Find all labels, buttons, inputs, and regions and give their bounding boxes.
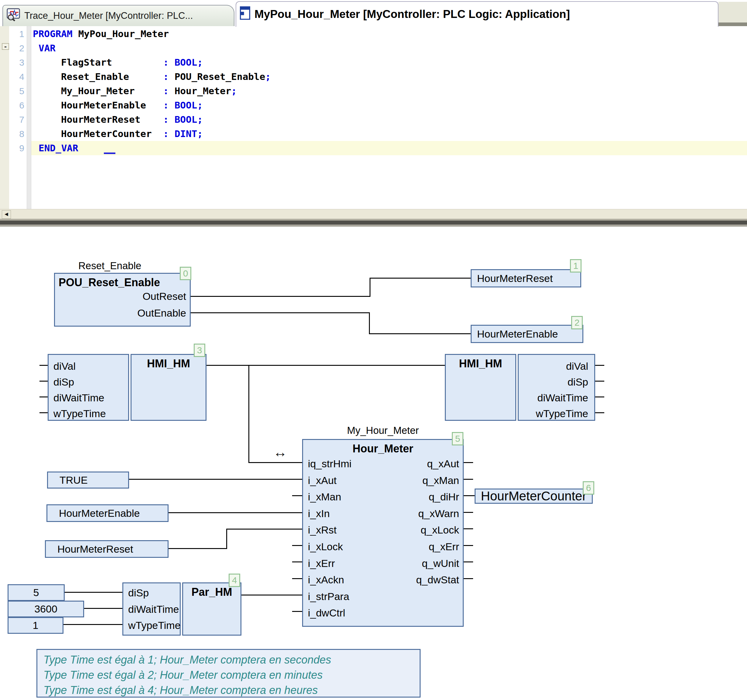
code-line[interactable]: Reset_Enable:POU_Reset_Enable; [31,70,747,84]
code-line[interactable]: My_Hour_Meter:Hour_Meter; [31,84,747,98]
input-pin[interactable]: i_xErr [303,555,383,572]
output-pin[interactable]: q_xWarn [383,505,463,522]
code-line[interactable]: FlagStart:BOOL; [31,55,747,70]
wire-segment [292,578,302,579]
block-par-struct[interactable]: diSpdiWaitTimewTypeTime [122,582,181,636]
input-pin[interactable]: i_xRst [303,522,383,538]
instance-label-my-hour-meter[interactable]: My_Hour_Meter [302,425,464,436]
line-number-gutter: 123456789 [9,27,26,208]
var-text: HourMeterEnable [477,328,558,340]
code-line[interactable]: PROGRAMMyPou_Hour_Meter [31,27,747,41]
declaration-editor[interactable]: - 123456789 PROGRAMMyPou_Hour_Meter VAR … [0,26,747,209]
block-title: POU_Reset_Enable [55,274,190,289]
code-line[interactable]: HourMeterEnable:BOOL; [31,98,747,112]
output-pins: OutResetOutEnable [55,288,190,321]
wire-segment [241,595,302,595]
wire-segment [595,381,604,382]
output-pin[interactable]: diSp [519,374,592,390]
wire-segment [595,412,604,413]
input-pin[interactable]: i_dwCtrl [303,605,383,621]
keyword: END_VAR [39,142,78,153]
output-pin[interactable]: q_xErr [383,538,463,555]
wire-segment [464,561,473,562]
tab-label: Trace_Hour_Meter [MyController: PLC... [24,10,193,21]
input-pin[interactable]: i_xMan [303,489,383,505]
var-box-hourmeterenable-in[interactable]: HourMeterEnable [47,505,169,522]
wire-segment [169,512,302,513]
output-pin[interactable]: diVal [519,358,592,374]
instance-label-reset-enable[interactable]: Reset_Enable [78,260,141,271]
input-pin[interactable]: diWaitTime [123,601,180,618]
trace-icon [7,8,20,24]
comment-box[interactable]: Type Time est égal à 1; Hour_Meter compt… [36,649,420,698]
const-box-5[interactable]: 5 [8,584,65,601]
var-box-hourmeterreset-out[interactable]: HourMeterReset [471,269,581,288]
output-pin[interactable]: OutEnable [55,305,190,321]
tab-mypou-hour-meter[interactable]: MyPou_Hour_Meter [MyController: PLC Logi… [236,1,718,27]
input-pin[interactable]: i_xAut [303,472,383,489]
code-line[interactable]: HourMeterReset:BOOL; [31,112,747,127]
code-line[interactable]: VAR [31,41,747,55]
tab-trace-hour-meter[interactable]: Trace_Hour_Meter [MyController: PLC... [2,5,234,26]
block-par-hm[interactable]: Par_HM [182,582,241,636]
inout-connection-icon: ↔ [273,446,287,458]
wire-segment [369,312,370,334]
block-title: HMI_HM [132,355,206,370]
input-pins: diSpdiWaitTimewTypeTime [123,585,180,634]
horizontal-scrollbar[interactable]: ◄ [0,209,747,219]
text-cursor [104,153,115,154]
code-line[interactable]: HourMeterCounter:DINT; [31,127,747,141]
code-line-current[interactable]: END_VAR [31,141,747,155]
input-pin[interactable]: diSp [123,585,180,601]
output-pin[interactable]: q_dwStat [383,571,463,588]
input-pin[interactable]: wTypeTime [123,617,180,634]
var-box-hourmeterreset-in[interactable]: HourMeterReset [45,540,169,558]
input-pin[interactable]: iq_strHmi [303,455,383,472]
output-pin[interactable]: q_wUnit [383,555,463,572]
execution-order-badge: 5 [452,432,463,445]
var-box-hourmetercounter[interactable]: HourMeterCounter [475,489,593,504]
var-name: HourMeterEnable [61,98,163,112]
keyword: VAR [39,42,56,53]
input-pin[interactable]: diWaitTime [48,390,128,406]
editor-splitter[interactable] [0,219,747,227]
block-hmi-struct-right[interactable]: diValdiSpdiWaitTimewTypeTime [518,354,595,421]
code-area[interactable]: PROGRAMMyPou_Hour_Meter VAR FlagStart:BO… [31,27,747,208]
wire-segment [292,545,302,546]
output-pin[interactable]: q_xMan [383,472,463,489]
output-pin[interactable]: diWaitTime [519,390,592,406]
const-text: 3600 [34,603,57,615]
block-hmi-hm-right[interactable]: HMI_HM [445,354,516,421]
input-pin[interactable]: diSp [48,374,128,390]
block-hmi-struct-left[interactable]: diValdiSpdiWaitTimewTypeTime [48,354,129,421]
output-pin[interactable]: q_xLock [383,522,463,538]
wire-segment [39,412,48,413]
block-pou-reset-enable[interactable]: POU_Reset_Enable OutResetOutEnable [54,273,191,327]
var-type: POU_Reset_Enable [175,71,265,82]
scroll-left-button[interactable]: ◄ [2,210,11,219]
const-box-3600[interactable]: 3600 [8,601,84,617]
block-title: HMI_HM [446,355,515,370]
output-pin[interactable]: q_diHr [383,489,463,505]
comment-line: Type Time est égal à 2; Hour_Meter compt… [44,668,420,683]
input-pin[interactable]: i_xIn [303,505,383,522]
output-pin[interactable]: OutReset [55,288,190,305]
output-pin[interactable]: wTypeTime [519,406,592,421]
tab-label: MyPou_Hour_Meter [MyController: PLC Logi… [254,8,570,21]
input-pin[interactable]: wTypeTime [48,406,128,421]
output-pins: diValdiSpdiWaitTimewTypeTime [519,358,594,421]
var-text: HourMeterReset [57,543,133,555]
comment-line: Type Time est égal à 1; Hour_Meter compt… [44,652,420,668]
var-box-true[interactable]: TRUE [47,471,129,489]
input-pin[interactable]: i_strPara [303,588,383,605]
block-title: Hour_Meter [303,440,463,455]
fold-collapse-button[interactable]: - [2,43,9,50]
input-pin[interactable]: i_xAckn [303,571,383,588]
input-pin[interactable]: diVal [48,358,128,374]
const-box-1[interactable]: 1 [8,617,64,634]
block-hmi-hm-left[interactable]: HMI_HM [130,354,207,421]
var-box-hourmeterenable-out[interactable]: HourMeterEnable [471,325,583,343]
block-hour-meter[interactable]: Hour_Meter iq_strHmii_xAuti_xMani_xIni_x… [302,439,464,627]
input-pin[interactable]: i_xLock [303,538,383,555]
output-pin[interactable]: q_xAut [383,455,463,472]
